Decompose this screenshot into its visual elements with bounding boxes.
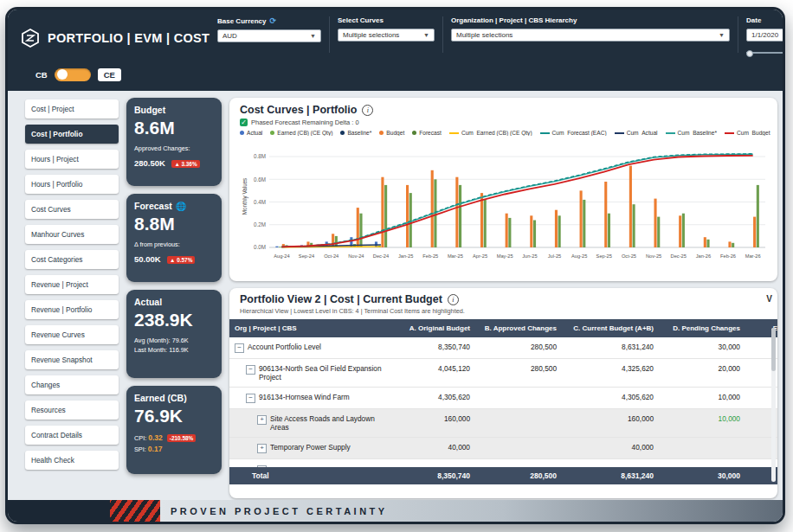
cost-curves-chart[interactable]: 0.0M0.2M0.4M0.6M0.8MMonthly ValuesAug-24… <box>240 137 770 266</box>
svg-text:Dec-25: Dec-25 <box>671 253 687 259</box>
filter-base-currency: Base Currency ⟳ AUD ▼ <box>217 16 321 58</box>
legend-item[interactable]: Cum_Budget <box>725 130 770 136</box>
sidebar-item-revenue-snapshot[interactable]: Revenue Snapshot <box>25 350 119 369</box>
info-icon[interactable]: i <box>362 105 373 116</box>
column-header[interactable]: D. Pending Changes <box>661 319 747 337</box>
svg-text:Feb-25: Feb-25 <box>422 253 438 259</box>
sidebar-item-revenue-project[interactable]: Revenue | Project <box>25 275 119 294</box>
kpi-card-actual: Actual 238.9K Avg (Month): 79.6K Last Mo… <box>126 290 222 378</box>
clipped-view-label[interactable]: V <box>766 294 772 304</box>
row-value: 4,305,620 <box>394 388 477 408</box>
slider-handle[interactable] <box>746 50 753 57</box>
row-value <box>394 459 477 467</box>
select-curves-select[interactable]: Multiple selections ▼ <box>338 29 435 42</box>
legend-label: Forecast <box>419 130 442 136</box>
phased-forecast-label: Phased Forecast Remaining Delta : 0 <box>251 119 359 126</box>
chart-legend: ActualEarned (CB) (CE Qty)Baseline*Budge… <box>240 130 770 136</box>
column-header[interactable]: A. Original Budget <box>394 319 477 337</box>
svg-text:0.8M: 0.8M <box>254 153 266 159</box>
legend-item[interactable]: Budget <box>379 130 404 136</box>
scrollbar-thumb[interactable] <box>771 328 776 371</box>
svg-text:Apr-25: Apr-25 <box>473 253 487 259</box>
sidebar-item-revenue-portfolio[interactable]: Revenue | Portfolio <box>25 300 119 319</box>
sidebar-item-revenue-curves[interactable]: Revenue Curves <box>25 325 119 344</box>
filter-date: Date 1/1/2020 <box>746 16 785 58</box>
collapse-icon[interactable]: − <box>246 365 255 375</box>
row-name-cell: + <box>229 459 394 467</box>
chevron-down-icon: ▼ <box>310 33 316 39</box>
hazard-stripes <box>110 500 160 522</box>
row-value: 4,045,120 <box>394 359 477 387</box>
column-header[interactable]: Org | Project | CBS <box>229 319 394 337</box>
table-row[interactable]: + <box>229 459 777 467</box>
chevron-down-icon: ▼ <box>423 32 429 38</box>
toggle-right-label[interactable]: CE <box>98 68 121 81</box>
row-value: 10,000 <box>661 409 747 437</box>
table-row[interactable]: −916134-Hornsea Wind Farm4,305,6204,305,… <box>229 388 777 409</box>
sidebar-item-changes[interactable]: Changes <box>25 375 119 394</box>
sidebar-item-cost-categories[interactable]: Cost Categories <box>25 250 119 269</box>
sidebar-item-cost-portfolio[interactable]: Cost | Portfolio <box>25 125 119 144</box>
svg-text:Aug-24: Aug-24 <box>274 253 289 259</box>
sidebar-item-health-check[interactable]: Health Check <box>25 451 119 470</box>
total-label: Total <box>229 467 394 484</box>
toggle-knob[interactable] <box>57 69 68 80</box>
table-header-row: Org | Project | CBSA. Original BudgetB. … <box>229 319 777 337</box>
table-scrollbar[interactable] <box>771 328 776 482</box>
org-hierarchy-select[interactable]: Multiple selections ▼ <box>451 29 730 42</box>
info-icon[interactable]: i <box>448 294 459 305</box>
cb-ce-toggle[interactable] <box>55 68 91 81</box>
kpi-card-earned: Earned (CB) 76.9K CPI: 0.32 -210.58% SPI… <box>126 386 222 474</box>
base-currency-select[interactable]: AUD ▼ <box>217 29 321 42</box>
table-row[interactable]: −Account Portfolio Level8,350,740280,500… <box>229 337 777 359</box>
legend-item[interactable]: Cum_Earned (CB) (CE Qty) <box>449 130 532 136</box>
sidebar-item-contract-details[interactable]: Contract Details <box>25 426 119 445</box>
row-name-cell: +Temporary Power Supply <box>229 438 394 458</box>
currency-refresh-icon[interactable]: ⟳ <box>269 16 276 25</box>
legend-marker <box>666 132 675 134</box>
row-value: 280,500 <box>477 359 564 387</box>
legend-item[interactable]: Cum_Baseline* <box>666 130 717 136</box>
table-row[interactable]: +Site Access Roads and Laydown Areas160,… <box>229 409 777 438</box>
row-name: Site Access Roads and Laydown Areas <box>270 414 387 432</box>
kpi-column: Budget 8.6M Approved Changes: 280.50K ▲ … <box>126 98 222 498</box>
legend-marker <box>340 131 345 135</box>
sidebar-item-hours-portfolio[interactable]: Hours | Portfolio <box>25 175 119 194</box>
legend-item[interactable]: Cum_Forecast (EAC) <box>540 130 607 136</box>
row-value <box>477 438 564 458</box>
legend-item[interactable]: Cum_Actual <box>615 130 658 136</box>
main-column: Cost Curves | Portfolio i ✓ Phased Forec… <box>229 98 777 498</box>
expand-icon[interactable]: + <box>257 444 267 453</box>
svg-text:Jul-25: Jul-25 <box>548 253 562 259</box>
legend-item[interactable]: Baseline* <box>340 130 371 136</box>
collapse-icon[interactable]: − <box>246 394 255 403</box>
delta-badge: ▲ 3.36% <box>171 160 199 168</box>
date-input[interactable]: 1/1/2020 <box>746 29 785 42</box>
table-row[interactable]: +Temporary Power Supply40,00040,000 <box>229 438 777 459</box>
svg-text:Sep-25: Sep-25 <box>596 253 612 259</box>
filter-label: Date <box>746 16 785 24</box>
checkmark-icon[interactable]: ✓ <box>240 119 248 126</box>
sidebar-item-cost-project[interactable]: Cost | Project <box>25 99 119 119</box>
legend-item[interactable]: Actual <box>240 130 262 136</box>
date-range-slider[interactable] <box>746 52 785 54</box>
cpi-badge: -210.58% <box>167 434 196 442</box>
legend-item[interactable]: Earned (CB) (CE Qty) <box>270 130 332 136</box>
row-value <box>477 409 564 437</box>
row-name: Account Portfolio Level <box>248 343 321 351</box>
sidebar-item-cost-curves[interactable]: Cost Curves <box>25 200 119 219</box>
sidebar-item-manhour-curves[interactable]: Manhour Curves <box>25 225 119 244</box>
legend-item[interactable]: Forecast <box>412 130 442 136</box>
sidebar-item-hours-project[interactable]: Hours | Project <box>25 150 119 169</box>
footer-dark-block <box>8 500 110 522</box>
column-header[interactable]: B. Approved Changes <box>477 319 564 337</box>
row-value <box>564 459 661 467</box>
sidebar-item-resources[interactable]: Resources <box>25 401 119 420</box>
total-value: 8,631,240 <box>564 467 661 484</box>
column-header[interactable]: C. Current Budget (A+B) <box>564 319 661 337</box>
table-row[interactable]: −906134-North Sea Oil Field Expansion Pr… <box>229 359 777 388</box>
expand-icon[interactable]: + <box>257 415 267 425</box>
collapse-icon[interactable]: − <box>235 343 244 353</box>
kpi-sub-label: Approved Changes: <box>134 144 214 154</box>
toggle-left-label: CB <box>35 70 48 80</box>
